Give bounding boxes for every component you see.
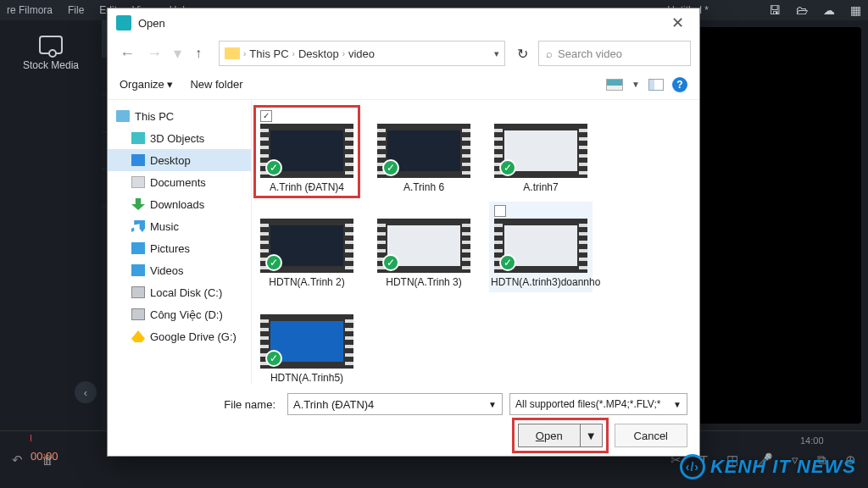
crumb-thispc[interactable]: This PC xyxy=(249,47,288,60)
file-item[interactable]: ✓HDTN(A.Trinh5) xyxy=(255,297,359,385)
video-thumbnail: ✓ xyxy=(260,314,353,369)
search-placeholder: Search video xyxy=(558,47,622,60)
view-mode-button[interactable] xyxy=(606,79,623,91)
nav-back-button[interactable]: ← xyxy=(116,45,138,63)
video-thumbnail: ✓ xyxy=(494,124,587,178)
open-file-dialog: Open ✕ ← → ▾ ↑ › This PC › Desktop › vid… xyxy=(107,8,700,457)
i-desk-icon xyxy=(131,154,145,166)
filename-label: File name: xyxy=(120,398,281,411)
watermark-text: KENH IT NEWS xyxy=(710,456,856,478)
open-dropdown-button[interactable]: ▼ xyxy=(581,424,603,447)
tree-node-this-pc[interactable]: This PC xyxy=(108,105,251,127)
app-top-icons: 🖫 🗁 ☁ ▦ xyxy=(769,3,861,17)
file-item[interactable]: ✓HDTN(A.Trinh 3) xyxy=(372,202,476,291)
i-vid-icon xyxy=(131,264,145,276)
file-type-filter[interactable]: All supported files(*.MP4;*.FLV;* ▼ xyxy=(509,393,687,415)
stock-media-icon[interactable] xyxy=(39,36,63,54)
filter-value: All supported files(*.MP4;*.FLV;* xyxy=(515,398,660,410)
breadcrumb-dropdown-icon[interactable]: ▾ xyxy=(494,48,499,59)
file-name: HDTN(A.Trinh 2) xyxy=(269,276,345,288)
video-thumbnail: ✓ xyxy=(260,219,353,273)
filename-value: A.Trinh (ĐATN)4 xyxy=(293,398,374,411)
video-thumbnail: ✓ xyxy=(377,124,470,178)
tree-node-music[interactable]: Music xyxy=(108,215,251,237)
tree-node-c-ng-vi-c-d-[interactable]: Công Việc (D:) xyxy=(108,303,251,325)
search-icon: ⌕ xyxy=(546,47,553,60)
cancel-button[interactable]: Cancel xyxy=(615,424,687,447)
timeline-playhead[interactable] xyxy=(31,435,31,441)
undo-icon[interactable]: ↶ xyxy=(12,452,23,468)
file-item[interactable]: ✓A.trinh7 xyxy=(489,107,593,197)
new-folder-button[interactable]: New folder xyxy=(190,78,242,91)
tree-node-pictures[interactable]: Pictures xyxy=(108,237,251,259)
preview-pane-button[interactable] xyxy=(648,79,664,91)
watermark: ‹/› KENH IT NEWS xyxy=(680,454,856,480)
cloud-icon[interactable]: ☁ xyxy=(823,3,835,17)
sync-badge-icon: ✓ xyxy=(499,254,516,271)
nav-forward-button[interactable]: → xyxy=(143,45,165,63)
left-column: Stock Media xyxy=(0,20,102,430)
folder-icon xyxy=(225,47,240,59)
nav-history-dropdown[interactable]: ▾ xyxy=(170,44,185,63)
help-button[interactable]: ? xyxy=(672,77,687,92)
i-doc-icon xyxy=(131,176,145,188)
menu-file[interactable]: File xyxy=(68,4,84,16)
sync-badge-icon: ✓ xyxy=(382,159,399,176)
breadcrumb[interactable]: › This PC › Desktop › video ▾ xyxy=(219,41,505,66)
refresh-button[interactable]: ↻ xyxy=(517,46,528,62)
folder-tree: This PC3D ObjectsDesktopDocumentsDownloa… xyxy=(108,100,252,385)
file-checkbox[interactable]: ✓ xyxy=(260,110,272,122)
tree-node-google-drive-g-[interactable]: Google Drive (G:) xyxy=(108,325,251,347)
video-thumbnail: ✓ xyxy=(260,124,353,178)
dialog-toolbar: Organize ▾ New folder ▼ ? xyxy=(108,69,699,100)
i-mus-icon xyxy=(131,220,145,232)
tree-node-3d-objects[interactable]: 3D Objects xyxy=(108,127,251,149)
tree-node-desktop[interactable]: Desktop xyxy=(108,149,251,171)
file-name: HDTN(A.trinh3)doannho xyxy=(491,276,591,288)
file-name: A.trinh7 xyxy=(523,181,558,193)
organize-button[interactable]: Organize ▾ xyxy=(120,78,173,91)
dialog-title: Open xyxy=(138,17,165,30)
sync-badge-icon: ✓ xyxy=(265,254,282,271)
file-item[interactable]: ✓✓A.Trinh (ĐATN)4 xyxy=(255,107,359,197)
stock-media-label: Stock Media xyxy=(23,59,79,71)
nav-up-button[interactable]: ↑ xyxy=(190,46,207,61)
i-dl-icon xyxy=(131,198,145,210)
dialog-footer: File name: A.Trinh (ĐATN)4 ▼ All support… xyxy=(108,385,699,456)
file-item[interactable]: ✓HDTN(A.trinh3)doannho xyxy=(489,202,593,291)
file-item[interactable]: ✓A.Trinh 6 xyxy=(372,107,476,197)
filename-input[interactable]: A.Trinh (ĐATN)4 ▼ xyxy=(287,393,503,415)
i-pc-icon xyxy=(116,110,130,122)
video-thumbnail: ✓ xyxy=(494,219,587,273)
save-icon[interactable]: 🖫 xyxy=(769,3,781,17)
open-button-highlight: Open ▼ xyxy=(518,424,603,447)
file-checkbox[interactable] xyxy=(494,205,506,217)
tree-node-videos[interactable]: Videos xyxy=(108,259,251,281)
video-thumbnail: ✓ xyxy=(377,219,470,273)
i-gd-icon xyxy=(131,330,145,342)
open-icon[interactable]: 🗁 xyxy=(796,3,808,17)
ruler-end-label: 14:00 xyxy=(800,435,824,446)
app-name-fragment: re Filmora xyxy=(7,4,53,16)
file-grid: ✓✓A.Trinh (ĐATN)4✓A.Trinh 6✓A.trinh7✓HDT… xyxy=(252,100,699,385)
tree-node-documents[interactable]: Documents xyxy=(108,171,251,193)
pager-back-button[interactable]: ‹ xyxy=(75,381,97,403)
search-input[interactable]: ⌕ Search video xyxy=(538,41,691,66)
i-disk-icon xyxy=(131,286,145,298)
dialog-app-icon xyxy=(116,15,131,30)
sync-badge-icon: ✓ xyxy=(265,159,282,176)
sync-badge-icon: ✓ xyxy=(499,159,516,176)
file-item[interactable]: ✓HDTN(A.Trinh 2) xyxy=(255,202,359,291)
crumb-video[interactable]: video xyxy=(348,47,375,60)
chevron-down-icon[interactable]: ▼ xyxy=(488,400,497,409)
tree-node-local-disk-c-[interactable]: Local Disk (C:) xyxy=(108,281,251,303)
crumb-desktop[interactable]: Desktop xyxy=(298,47,339,60)
grid-icon[interactable]: ▦ xyxy=(850,3,861,17)
open-button[interactable]: Open xyxy=(518,424,581,447)
chevron-down-icon[interactable]: ▼ xyxy=(632,80,640,89)
chevron-down-icon[interactable]: ▼ xyxy=(673,400,682,409)
timecode: 00:00 xyxy=(31,450,58,463)
tree-node-downloads[interactable]: Downloads xyxy=(108,193,251,215)
sync-badge-icon: ✓ xyxy=(265,350,282,367)
close-icon[interactable]: ✕ xyxy=(665,12,691,34)
